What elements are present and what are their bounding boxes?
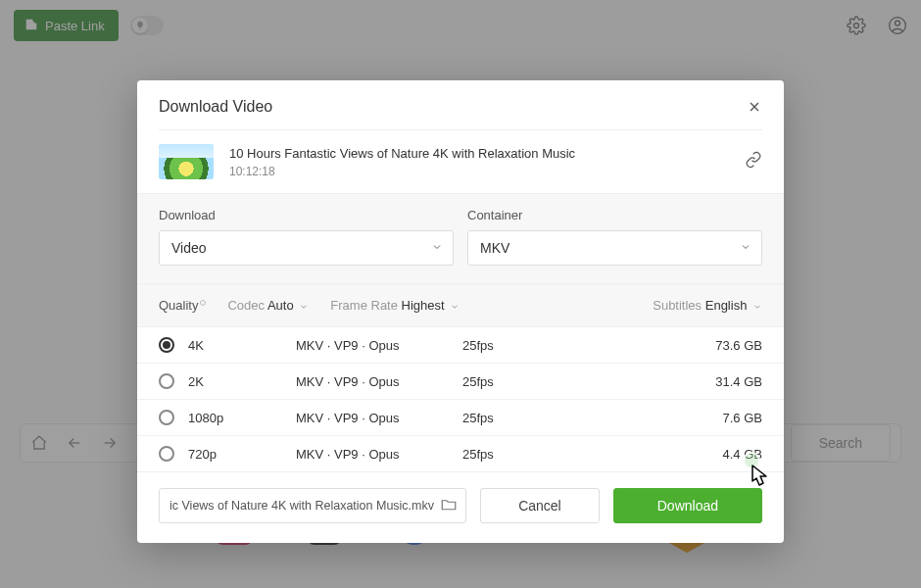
radio-icon (159, 410, 174, 425)
download-button[interactable]: Download (613, 488, 762, 523)
radio-icon (159, 446, 174, 462)
filename-field[interactable]: ic Views of Nature 4K with Relaxation Mu… (159, 488, 466, 523)
quality-label: Quality (159, 298, 206, 313)
option-resolution: 4K (188, 338, 296, 353)
quality-option[interactable]: 1080pMKV · VP9 · Opus25fps7.6 GB (137, 400, 784, 436)
modal-title: Download Video (159, 98, 272, 116)
copy-link-icon[interactable] (745, 151, 762, 172)
video-info-row: 10 Hours Fantastic Views of Nature 4K wi… (137, 130, 784, 193)
download-type-label: Download (159, 208, 454, 222)
radio-icon (159, 373, 174, 389)
chevron-down-icon (751, 298, 762, 313)
option-size: 73.6 GB (715, 338, 762, 353)
option-resolution: 720p (188, 447, 296, 462)
filename-text: ic Views of Nature 4K with Relaxation Mu… (170, 499, 434, 513)
video-duration: 10:12:18 (229, 165, 575, 178)
option-size: 4.4 GB (723, 447, 762, 462)
option-fps: 25fps (462, 447, 551, 462)
quality-option[interactable]: 2KMKV · VP9 · Opus25fps31.4 GB (137, 364, 784, 400)
cancel-button[interactable]: Cancel (480, 488, 600, 523)
option-fps: 25fps (462, 374, 551, 389)
option-size: 7.6 GB (723, 411, 762, 425)
close-icon[interactable] (747, 99, 762, 115)
container-select[interactable]: MKV (467, 230, 762, 266)
chevron-down-icon (740, 240, 751, 256)
option-format: MKV · VP9 · Opus (296, 338, 462, 353)
modal-overlay: Download Video 10 Hours Fantastic Views … (0, 0, 921, 588)
option-resolution: 1080p (188, 411, 296, 425)
subtitles-dropdown[interactable]: Subtitles English (653, 298, 762, 313)
option-fps: 25fps (462, 411, 551, 425)
video-title: 10 Hours Fantastic Views of Nature 4K wi… (229, 146, 575, 161)
download-type-value: Video (171, 240, 207, 256)
download-type-select[interactable]: Video (159, 230, 454, 266)
framerate-dropdown[interactable]: Frame Rate Highest (330, 298, 460, 313)
modal-footer: ic Views of Nature 4K with Relaxation Mu… (137, 471, 784, 543)
option-size: 31.4 GB (715, 374, 762, 389)
quality-option[interactable]: 4KMKV · VP9 · Opus25fps73.6 GB (137, 327, 784, 364)
chevron-down-icon (297, 298, 309, 313)
filter-row: Quality Codec Auto Frame Rate Highest Su… (137, 284, 784, 327)
container-value: MKV (480, 240, 509, 256)
quality-option[interactable]: 720pMKV · VP9 · Opus25fps4.4 GB (137, 436, 784, 471)
video-thumbnail (159, 144, 214, 179)
chevron-down-icon (448, 298, 460, 313)
option-format: MKV · VP9 · Opus (296, 447, 462, 462)
option-format: MKV · VP9 · Opus (296, 411, 462, 425)
format-selects: Download Video Container MKV (137, 193, 784, 284)
option-format: MKV · VP9 · Opus (296, 374, 462, 389)
option-fps: 25fps (462, 338, 551, 353)
download-modal: Download Video 10 Hours Fantastic Views … (137, 80, 784, 543)
quality-options: 4KMKV · VP9 · Opus25fps73.6 GB2KMKV · VP… (137, 327, 784, 471)
option-resolution: 2K (188, 374, 296, 389)
info-icon[interactable] (200, 300, 206, 306)
codec-dropdown[interactable]: Codec Auto (227, 298, 309, 313)
chevron-down-icon (431, 240, 443, 256)
folder-icon[interactable] (440, 496, 458, 516)
container-label: Container (467, 208, 762, 222)
radio-icon (159, 337, 174, 353)
